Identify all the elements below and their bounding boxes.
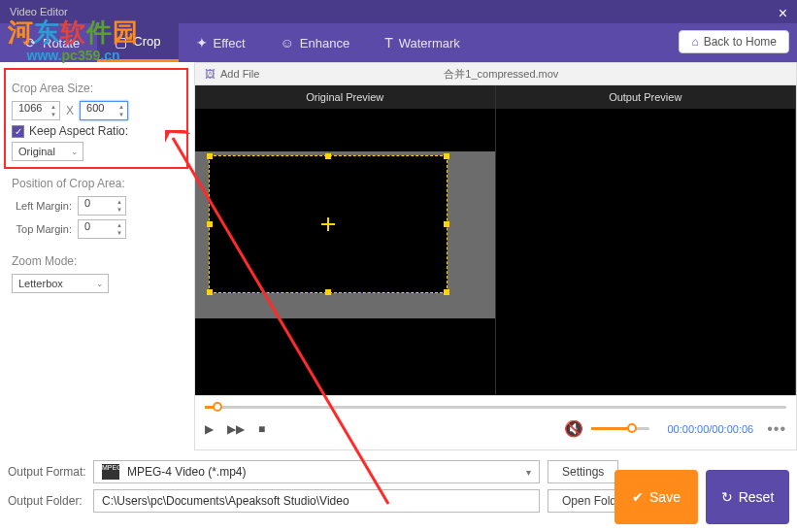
- crop-width-input[interactable]: 1066 ▲▼: [12, 101, 60, 120]
- input-value: 0: [84, 220, 90, 232]
- input-value: 600: [86, 102, 104, 114]
- output-preview-panel: Output Preview: [496, 85, 797, 395]
- volume-thumb[interactable]: [627, 423, 637, 433]
- top-margin-input[interactable]: 0 ▲▼: [78, 219, 126, 239]
- playbar: ▶ ▶▶ ■ 🔇 00:00:00/00:00:06 •••: [194, 396, 797, 450]
- crop-handle[interactable]: [444, 153, 449, 159]
- tab-effect[interactable]: ✦ Effect: [179, 23, 263, 62]
- tab-label: Effect: [214, 36, 246, 50]
- output-format-label: Output Format:: [8, 465, 93, 479]
- mp4-icon: MPEG: [102, 464, 119, 480]
- spinner-icon[interactable]: ▲▼: [115, 221, 124, 237]
- play-button[interactable]: ▶: [205, 422, 214, 436]
- toolbar: ⟳ Rotate ▢ Crop ✦ Effect ☺ Enhance T Wat…: [0, 23, 797, 62]
- zoom-mode-select[interactable]: Letterbox ⌄: [12, 274, 109, 293]
- chevron-down-icon: ▾: [526, 467, 531, 478]
- save-button[interactable]: ✔ Save: [614, 470, 698, 524]
- select-value: Letterbox: [18, 278, 63, 289]
- spinner-icon[interactable]: ▲▼: [116, 103, 126, 118]
- more-menu-icon[interactable]: •••: [767, 420, 786, 438]
- reset-icon: ↻: [721, 489, 733, 505]
- window-title: Video Editor: [10, 6, 68, 17]
- crop-icon: ▢: [115, 34, 127, 50]
- rotate-icon: ⟳: [25, 35, 37, 50]
- tab-label: Watermark: [399, 36, 460, 50]
- left-margin-label: Left Margin:: [12, 200, 72, 212]
- crop-handle[interactable]: [207, 289, 213, 295]
- spinner-icon[interactable]: ▲▼: [49, 103, 58, 118]
- current-file-name: 合并1_compressed.mov: [444, 67, 558, 82]
- input-value: 1066: [18, 102, 42, 114]
- titlebar: Video Editor ×: [0, 0, 797, 23]
- seek-slider[interactable]: [205, 402, 786, 412]
- crop-handle[interactable]: [207, 221, 213, 227]
- select-value: Original: [18, 146, 55, 157]
- crop-handle[interactable]: [444, 289, 449, 295]
- reset-label: Reset: [739, 489, 775, 505]
- original-preview-title: Original Preview: [195, 85, 495, 109]
- seek-thumb[interactable]: [213, 402, 222, 412]
- home-icon: ⌂: [691, 35, 698, 49]
- x-separator: X: [66, 104, 74, 117]
- left-margin-input[interactable]: 0 ▲▼: [78, 196, 126, 216]
- back-home-label: Back to Home: [704, 35, 777, 49]
- forward-button[interactable]: ▶▶: [227, 422, 245, 436]
- crop-sidebar: Crop Area Size: 1066 ▲▼ X 600 ▲▼ ✓ Keep …: [0, 62, 194, 450]
- effect-icon: ✦: [196, 35, 208, 50]
- crop-height-input[interactable]: 600 ▲▼: [80, 101, 128, 120]
- keep-aspect-checkbox[interactable]: ✓: [12, 125, 24, 138]
- chevron-down-icon: ⌄: [96, 279, 104, 288]
- output-preview-title: Output Preview: [496, 85, 796, 109]
- crop-handle[interactable]: [207, 153, 213, 159]
- tab-enhance[interactable]: ☺ Enhance: [263, 23, 368, 62]
- format-value: MPEG-4 Video (*.mp4): [127, 465, 247, 479]
- output-folder-label: Output Folder:: [8, 494, 93, 508]
- tab-label: Crop: [133, 34, 160, 49]
- crop-size-title: Crop Area Size:: [12, 82, 183, 95]
- file-bar: 🖼 Add File 合并1_compressed.mov: [194, 62, 797, 85]
- back-to-home-button[interactable]: ⌂ Back to Home: [679, 30, 789, 53]
- aspect-select[interactable]: Original ⌄: [12, 142, 83, 161]
- tab-label: Enhance: [300, 36, 349, 50]
- tab-rotate[interactable]: ⟳ Rotate: [8, 23, 97, 62]
- tab-watermark[interactable]: T Watermark: [367, 23, 478, 62]
- original-preview-panel: Original Preview: [195, 85, 496, 395]
- volume-slider[interactable]: [591, 427, 649, 430]
- time-display: 00:00:00/00:00:06: [667, 423, 753, 435]
- crop-rectangle[interactable]: [209, 155, 448, 293]
- tab-label: Rotate: [43, 36, 80, 50]
- check-icon: ✔: [632, 489, 644, 505]
- volume-icon[interactable]: 🔇: [564, 419, 583, 438]
- position-title: Position of Crop Area:: [12, 177, 183, 190]
- input-value: 0: [84, 197, 90, 209]
- zoom-title: Zoom Mode:: [12, 254, 183, 268]
- crop-handle[interactable]: [325, 153, 331, 159]
- add-file-button[interactable]: 🖼 Add File: [195, 68, 269, 80]
- save-label: Save: [649, 489, 681, 505]
- crop-handle[interactable]: [444, 221, 449, 227]
- spinner-icon[interactable]: ▲▼: [115, 198, 124, 214]
- crop-center-icon: [321, 217, 335, 231]
- top-margin-label: Top Margin:: [12, 223, 72, 235]
- reset-button[interactable]: ↻ Reset: [706, 470, 789, 524]
- close-icon[interactable]: ×: [779, 2, 787, 25]
- add-file-icon: 🖼: [205, 68, 216, 80]
- watermark-icon: T: [384, 35, 393, 50]
- output-format-select[interactable]: MPEG MPEG-4 Video (*.mp4) ▾: [93, 460, 540, 483]
- stop-button[interactable]: ■: [258, 422, 265, 436]
- enhance-icon: ☺: [281, 35, 294, 50]
- chevron-down-icon: ⌄: [71, 147, 79, 156]
- output-folder-input[interactable]: [93, 489, 540, 513]
- add-file-label: Add File: [220, 68, 259, 80]
- tab-crop[interactable]: ▢ Crop: [97, 23, 178, 62]
- crop-handle[interactable]: [325, 289, 331, 295]
- keep-aspect-label: Keep Aspect Ratio:: [29, 124, 128, 138]
